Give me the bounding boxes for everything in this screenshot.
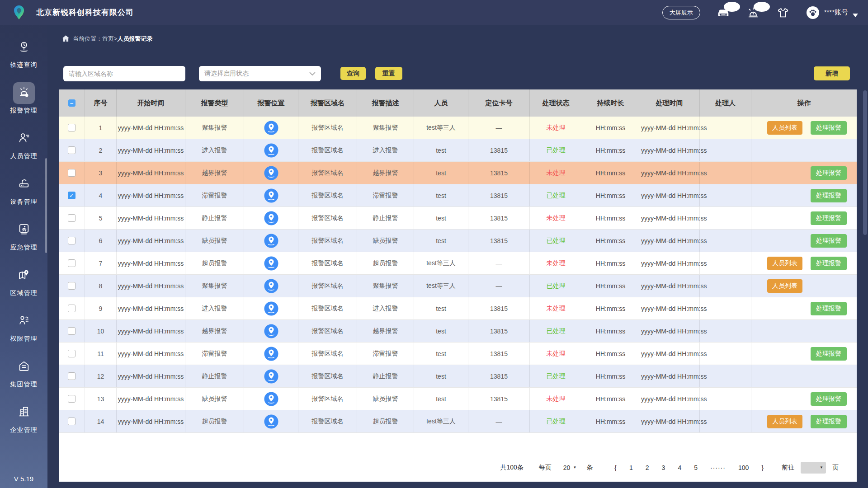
- location-pin-icon[interactable]: [264, 369, 278, 384]
- row-checkbox[interactable]: [68, 395, 75, 403]
- sidebar-item-person[interactable]: 人员管理: [0, 128, 47, 174]
- prev-page-button[interactable]: {: [614, 464, 617, 471]
- cell-start-time: yyyy-MM-dd HH:mm:ss: [117, 139, 185, 161]
- location-pin-icon[interactable]: [264, 211, 278, 225]
- table-row: 13 yyyy-MM-dd HH:mm:ss 缺员报警 报警区域名 缺员报警 t…: [59, 388, 857, 410]
- cell-index: 1: [85, 117, 117, 139]
- page-number-button[interactable]: 5: [694, 464, 698, 471]
- location-pin-icon[interactable]: [264, 392, 278, 406]
- location-pin-icon[interactable]: [264, 347, 278, 361]
- sidebar-item-track[interactable]: 轨迹查询: [0, 37, 47, 82]
- row-checkbox[interactable]: [68, 146, 75, 154]
- person-list-button[interactable]: 人员列表: [767, 121, 802, 135]
- row-select-cell: [59, 410, 85, 432]
- per-page-select[interactable]: 20 ▼: [563, 464, 577, 471]
- handle-alarm-button[interactable]: 处理报警: [811, 189, 847, 202]
- company-logo-icon: [10, 4, 28, 22]
- cell-start-time: yyyy-MM-dd HH:mm:ss: [117, 252, 185, 274]
- handle-alarm-button[interactable]: 处理报警: [811, 166, 847, 180]
- sidebar-item-area[interactable]: 区域管理: [0, 265, 47, 310]
- row-checkbox[interactable]: [68, 237, 75, 244]
- row-checkbox[interactable]: [68, 124, 75, 131]
- select-all-checkbox[interactable]: −: [68, 99, 75, 107]
- location-pin-icon[interactable]: [264, 121, 278, 135]
- tshirt-icon[interactable]: [776, 6, 790, 19]
- cell-alarm-area: 报警区域名: [298, 184, 357, 206]
- cell-index: 6: [85, 230, 117, 252]
- handle-alarm-button[interactable]: 处理报警: [811, 392, 847, 406]
- cell-handler: [700, 207, 751, 229]
- handle-alarm-button[interactable]: 处理报警: [811, 415, 847, 428]
- status-badge: 未处理: [530, 343, 582, 365]
- handle-alarm-button[interactable]: 处理报警: [811, 121, 847, 135]
- location-pin-icon[interactable]: [264, 234, 278, 248]
- location-pin-icon[interactable]: [264, 256, 278, 271]
- row-checkbox[interactable]: [68, 372, 75, 380]
- row-checkbox[interactable]: [68, 327, 75, 335]
- page-scrollbar[interactable]: [863, 90, 867, 235]
- last-page-button[interactable]: 100: [738, 464, 749, 471]
- next-page-button[interactable]: }: [761, 464, 764, 471]
- sidebar-item-group[interactable]: 集团管理: [0, 356, 47, 402]
- cell-card-no: 13815: [468, 297, 530, 319]
- enable-status-select[interactable]: 请选择启用状态: [199, 66, 321, 81]
- location-pin-icon[interactable]: [264, 324, 278, 338]
- status-badge: 未处理: [530, 297, 582, 319]
- row-checkbox[interactable]: [68, 282, 75, 290]
- cell-handle-time: yyyy-MM-dd HH:mm:ss: [639, 410, 700, 432]
- search-button[interactable]: 查询: [340, 67, 366, 80]
- location-pin-icon[interactable]: [264, 279, 278, 293]
- location-pin-icon[interactable]: [264, 188, 278, 203]
- page-number-button[interactable]: 4: [678, 464, 681, 471]
- goto-page-select[interactable]: ▼: [801, 462, 826, 474]
- row-checkbox[interactable]: ✓: [68, 192, 75, 199]
- cell-alarm-location: [244, 275, 298, 297]
- column-header: 报警区域名: [298, 89, 357, 117]
- person-list-button[interactable]: 人员列表: [767, 279, 802, 293]
- cell-start-time: yyyy-MM-dd HH:mm:ss: [117, 388, 185, 410]
- page-number-button[interactable]: 3: [662, 464, 665, 471]
- handle-alarm-button[interactable]: 处理报警: [811, 302, 847, 315]
- cell-alarm-desc: 越界报警: [357, 162, 414, 184]
- location-pin-icon[interactable]: [264, 166, 278, 180]
- vehicle-alarm-icon[interactable]: [717, 6, 730, 19]
- breadcrumb: 当前位置：首页>人员报警记录: [62, 35, 153, 43]
- sidebar-item-device[interactable]: 设备管理: [0, 174, 47, 219]
- sidebar-item-emergency[interactable]: 应急管理: [0, 219, 47, 265]
- row-checkbox[interactable]: [68, 418, 75, 425]
- area-name-input[interactable]: [63, 66, 185, 81]
- cell-index: 3: [85, 162, 117, 184]
- handle-alarm-button[interactable]: 处理报警: [811, 257, 847, 270]
- reset-button[interactable]: 重置: [375, 67, 402, 80]
- cell-alarm-type: 滞留报警: [185, 343, 244, 365]
- handle-alarm-button[interactable]: 处理报警: [811, 347, 847, 361]
- alert-alarm-icon[interactable]: [746, 6, 760, 19]
- location-pin-icon[interactable]: [264, 143, 278, 158]
- location-pin-icon[interactable]: [264, 301, 278, 316]
- person-list-button[interactable]: 人员列表: [767, 415, 802, 428]
- account-menu[interactable]: ****账号: [806, 6, 858, 19]
- row-select-cell: [59, 162, 85, 184]
- handle-alarm-button[interactable]: 处理报警: [811, 234, 847, 248]
- cell-alarm-desc: 进入报警: [357, 139, 414, 161]
- person-list-button[interactable]: 人员列表: [767, 257, 802, 270]
- bigscreen-button[interactable]: 大屏展示: [662, 6, 700, 19]
- page-number-button[interactable]: 2: [646, 464, 649, 471]
- row-checkbox[interactable]: [68, 169, 75, 177]
- location-pin-icon[interactable]: [264, 414, 278, 429]
- sidebar-item-alarm[interactable]: 报警管理: [0, 82, 47, 128]
- row-checkbox[interactable]: [68, 305, 75, 312]
- page-number-button[interactable]: 1: [629, 464, 633, 471]
- handle-alarm-button[interactable]: 处理报警: [811, 211, 847, 225]
- cell-alarm-desc: 聚集报警: [357, 117, 414, 139]
- sidebar-item-permission[interactable]: 权限管理: [0, 310, 47, 356]
- sidebar-item-enterprise[interactable]: 企业管理: [0, 402, 47, 447]
- status-badge: 未处理: [530, 252, 582, 274]
- row-checkbox[interactable]: [68, 214, 75, 222]
- cell-handle-time: yyyy-MM-dd HH:mm:ss: [639, 207, 700, 229]
- row-checkbox[interactable]: [68, 350, 75, 357]
- cell-person: test: [414, 230, 468, 252]
- sidebar-scrollbar[interactable]: [45, 158, 47, 253]
- row-checkbox[interactable]: [68, 259, 75, 267]
- add-button[interactable]: 新增: [814, 66, 850, 80]
